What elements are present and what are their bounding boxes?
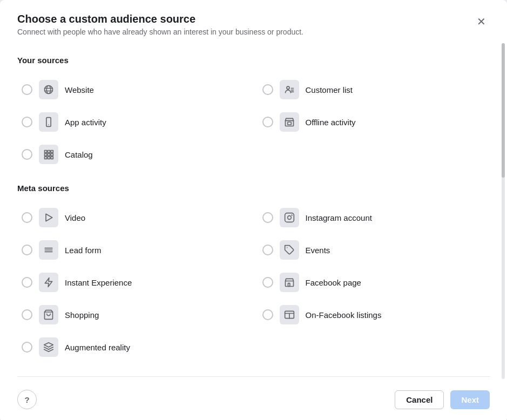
option-augmented-reality-label: Augmented reality: [65, 343, 130, 352]
globe-icon: [43, 84, 54, 95]
svg-rect-13: [48, 157, 50, 159]
option-catalog[interactable]: Catalog: [17, 138, 241, 171]
radio-lead-form[interactable]: [22, 245, 32, 255]
svg-rect-14: [51, 157, 53, 159]
option-website-label: Website: [65, 85, 94, 94]
option-video[interactable]: Video: [17, 201, 241, 234]
radio-instant-experience[interactable]: [22, 277, 32, 288]
grid-icon-box: [39, 145, 58, 164]
listings-icon-box: [280, 305, 299, 324]
instagram-icon: [284, 212, 295, 223]
svg-rect-6: [45, 151, 47, 153]
svg-point-33: [292, 215, 292, 215]
help-icon: ?: [24, 395, 29, 404]
meta-sources-right: Instagram account Events: [254, 201, 490, 363]
option-shopping-label: Shopping: [65, 310, 99, 320]
option-website[interactable]: Website: [17, 73, 241, 106]
option-lead-form[interactable]: Lead form: [17, 234, 241, 266]
ar-icon-box: [39, 337, 58, 357]
modal-title: Choose a custom audience source: [17, 13, 303, 25]
option-shopping[interactable]: Shopping: [17, 299, 241, 331]
svg-marker-26: [45, 278, 52, 287]
option-app-activity-label: App activity: [65, 118, 106, 127]
radio-app-activity[interactable]: [22, 117, 32, 127]
option-instagram-account[interactable]: Instagram account: [258, 201, 490, 234]
option-facebook-page[interactable]: Facebook page: [258, 266, 490, 299]
lead-form-icon-box: [39, 240, 58, 260]
phone-icon: [43, 117, 54, 127]
events-icon-box: [280, 240, 299, 260]
option-offline-activity[interactable]: Offline activity: [258, 106, 490, 138]
svg-point-32: [287, 216, 291, 220]
option-events[interactable]: Events: [258, 234, 490, 266]
option-instagram-account-label: Instagram account: [306, 213, 372, 222]
option-instant-experience[interactable]: Instant Experience: [17, 266, 241, 299]
svg-marker-22: [46, 214, 52, 221]
svg-rect-10: [48, 153, 50, 155]
radio-website[interactable]: [22, 84, 32, 95]
svg-point-0: [45, 86, 53, 94]
scrollbar-thumb: [502, 43, 505, 178]
offline-activity-icon-box: [280, 112, 299, 132]
option-augmented-reality[interactable]: Augmented reality: [17, 331, 241, 363]
radio-shopping[interactable]: [22, 309, 32, 320]
modal-container: Choose a custom audience source Connect …: [0, 0, 507, 420]
svg-rect-11: [51, 153, 53, 155]
svg-rect-20: [287, 122, 291, 125]
radio-augmented-reality[interactable]: [22, 342, 32, 353]
help-button[interactable]: ?: [17, 390, 37, 409]
modal-subtitle: Connect with people who have already sho…: [17, 28, 303, 36]
tag-icon: [284, 245, 295, 255]
svg-rect-31: [285, 213, 294, 222]
instagram-icon-box: [280, 208, 299, 227]
option-app-activity[interactable]: App activity: [17, 106, 241, 138]
play-icon: [43, 212, 54, 223]
lightning-icon: [43, 277, 54, 288]
radio-video[interactable]: [22, 212, 32, 223]
grid-icon: [43, 149, 54, 160]
radio-events[interactable]: [262, 245, 273, 255]
svg-line-30: [49, 347, 53, 349]
svg-rect-9: [45, 153, 47, 155]
option-facebook-page-label: Facebook page: [306, 278, 361, 287]
your-sources-title: Your sources: [17, 56, 490, 65]
close-button[interactable]: ✕: [472, 13, 490, 30]
option-on-facebook-listings-label: On-Facebook listings: [306, 310, 382, 320]
option-lead-form-label: Lead form: [65, 246, 102, 255]
option-catalog-label: Catalog: [65, 150, 93, 159]
svg-rect-7: [48, 151, 50, 153]
radio-customer-list[interactable]: [262, 84, 273, 95]
svg-rect-19: [285, 121, 293, 126]
next-button[interactable]: Next: [450, 390, 490, 409]
radio-catalog[interactable]: [22, 149, 32, 160]
radio-offline-activity[interactable]: [262, 117, 273, 127]
scrollbar-track: [502, 43, 505, 379]
globe-icon-box: [39, 80, 58, 99]
svg-point-15: [287, 86, 289, 89]
meta-sources-left: Video Lead form: [17, 201, 254, 363]
radio-facebook-page[interactable]: [262, 277, 273, 288]
customer-list-icon-box: [280, 80, 299, 99]
radio-on-facebook-listings[interactable]: [262, 309, 273, 320]
facebook-page-icon-box: [280, 273, 299, 292]
header-text: Choose a custom audience source Connect …: [17, 13, 303, 51]
option-on-facebook-listings[interactable]: On-Facebook listings: [258, 299, 490, 331]
svg-point-1: [46, 86, 51, 94]
option-customer-list[interactable]: Customer list: [258, 73, 490, 106]
radio-instagram-account[interactable]: [262, 212, 273, 223]
listings-icon: [284, 309, 295, 320]
svg-marker-28: [44, 343, 53, 347]
meta-sources-section: Meta sources Video: [17, 184, 490, 363]
your-sources-grid: Website App activity: [17, 73, 490, 171]
meta-sources-grid: Video Lead form: [17, 201, 490, 363]
your-sources-section: Your sources Website: [17, 56, 490, 171]
close-icon: ✕: [477, 15, 486, 28]
meta-sources-title: Meta sources: [17, 184, 490, 193]
option-video-label: Video: [65, 213, 85, 222]
svg-rect-8: [51, 151, 53, 153]
modal-footer: ? Cancel Next: [17, 376, 490, 409]
cancel-button[interactable]: Cancel: [395, 390, 444, 409]
option-customer-list-label: Customer list: [306, 85, 353, 94]
footer-actions: Cancel Next: [395, 390, 490, 409]
your-sources-left: Website App activity: [17, 73, 254, 171]
